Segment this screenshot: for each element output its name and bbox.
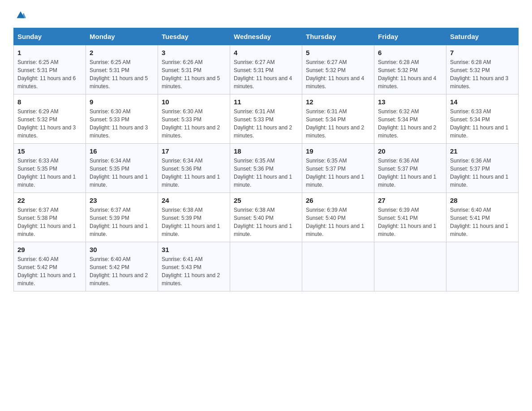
calendar-week-row: 8 Sunrise: 6:29 AMSunset: 5:32 PMDayligh… [14,94,519,144]
calendar-cell: 3 Sunrise: 6:26 AMSunset: 5:31 PMDayligh… [158,45,230,94]
day-number: 18 [234,147,298,155]
day-number: 29 [17,246,82,253]
calendar-cell: 13 Sunrise: 6:32 AMSunset: 5:34 PMDaylig… [374,94,446,144]
day-number: 5 [306,49,370,56]
day-info: Sunrise: 6:39 AMSunset: 5:41 PMDaylight:… [378,207,436,237]
day-number: 21 [450,147,515,155]
calendar-cell: 16 Sunrise: 6:34 AMSunset: 5:35 PMDaylig… [86,144,158,193]
day-number: 19 [306,147,370,155]
day-info: Sunrise: 6:33 AMSunset: 5:35 PMDaylight:… [17,158,76,188]
day-info: Sunrise: 6:27 AMSunset: 5:31 PMDaylight:… [234,59,292,90]
calendar-cell: 14 Sunrise: 6:33 AMSunset: 5:34 PMDaylig… [446,94,519,144]
day-number: 7 [450,49,515,56]
day-info: Sunrise: 6:39 AMSunset: 5:40 PMDaylight:… [306,207,364,237]
calendar-cell: 15 Sunrise: 6:33 AMSunset: 5:35 PMDaylig… [14,144,86,193]
day-info: Sunrise: 6:31 AMSunset: 5:33 PMDaylight:… [234,108,292,139]
calendar-cell: 24 Sunrise: 6:38 AMSunset: 5:39 PMDaylig… [158,193,230,242]
calendar-cell: 4 Sunrise: 6:27 AMSunset: 5:31 PMDayligh… [230,45,302,94]
day-info: Sunrise: 6:41 AMSunset: 5:43 PMDaylight:… [162,256,220,287]
calendar-cell: 1 Sunrise: 6:25 AMSunset: 5:31 PMDayligh… [14,45,86,94]
day-number: 1 [17,49,82,56]
day-info: Sunrise: 6:30 AMSunset: 5:33 PMDaylight:… [90,108,148,139]
day-number: 10 [162,98,226,106]
day-info: Sunrise: 6:38 AMSunset: 5:39 PMDaylight:… [162,207,220,237]
day-number: 3 [162,49,226,56]
day-info: Sunrise: 6:34 AMSunset: 5:36 PMDaylight:… [162,158,220,188]
calendar-week-row: 29 Sunrise: 6:40 AMSunset: 5:42 PMDaylig… [14,242,519,291]
day-number: 30 [90,246,154,253]
day-number: 11 [234,98,298,106]
day-info: Sunrise: 6:40 AMSunset: 5:41 PMDaylight:… [450,207,508,237]
day-info: Sunrise: 6:40 AMSunset: 5:42 PMDaylight:… [17,256,76,287]
day-number: 22 [17,197,82,204]
calendar-cell: 26 Sunrise: 6:39 AMSunset: 5:40 PMDaylig… [302,193,374,242]
day-number: 2 [90,49,154,56]
day-info: Sunrise: 6:37 AMSunset: 5:39 PMDaylight:… [90,207,148,237]
logo [13,9,26,20]
day-number: 15 [17,147,82,155]
calendar-table: Sunday Monday Tuesday Wednesday Thursday… [13,28,519,291]
day-number: 17 [162,147,226,155]
calendar-cell: 29 Sunrise: 6:40 AMSunset: 5:42 PMDaylig… [14,242,86,291]
calendar-cell: 9 Sunrise: 6:30 AMSunset: 5:33 PMDayligh… [86,94,158,144]
calendar-cell: 11 Sunrise: 6:31 AMSunset: 5:33 PMDaylig… [230,94,302,144]
calendar-cell: 20 Sunrise: 6:36 AMSunset: 5:37 PMDaylig… [374,144,446,193]
calendar-cell: 12 Sunrise: 6:31 AMSunset: 5:34 PMDaylig… [302,94,374,144]
day-number: 28 [450,197,515,204]
calendar-cell [302,242,374,291]
day-info: Sunrise: 6:25 AMSunset: 5:31 PMDaylight:… [90,59,148,90]
page-header [13,9,519,20]
col-wednesday: Wednesday [230,28,302,45]
day-number: 16 [90,147,154,155]
day-info: Sunrise: 6:25 AMSunset: 5:31 PMDaylight:… [17,59,76,90]
day-number: 27 [378,197,442,204]
day-info: Sunrise: 6:34 AMSunset: 5:35 PMDaylight:… [90,158,148,188]
day-number: 12 [306,98,370,106]
day-info: Sunrise: 6:30 AMSunset: 5:33 PMDaylight:… [162,108,220,139]
calendar-cell: 8 Sunrise: 6:29 AMSunset: 5:32 PMDayligh… [14,94,86,144]
col-thursday: Thursday [302,28,374,45]
day-number: 24 [162,197,226,204]
calendar-week-row: 22 Sunrise: 6:37 AMSunset: 5:38 PMDaylig… [14,193,519,242]
calendar-cell: 30 Sunrise: 6:40 AMSunset: 5:42 PMDaylig… [86,242,158,291]
calendar-cell: 17 Sunrise: 6:34 AMSunset: 5:36 PMDaylig… [158,144,230,193]
day-info: Sunrise: 6:27 AMSunset: 5:32 PMDaylight:… [306,59,364,90]
logo-icon [15,9,26,20]
day-info: Sunrise: 6:40 AMSunset: 5:42 PMDaylight:… [90,256,148,287]
day-info: Sunrise: 6:37 AMSunset: 5:38 PMDaylight:… [17,207,76,237]
col-tuesday: Tuesday [158,28,230,45]
calendar-cell: 2 Sunrise: 6:25 AMSunset: 5:31 PMDayligh… [86,45,158,94]
calendar-cell: 7 Sunrise: 6:28 AMSunset: 5:32 PMDayligh… [446,45,519,94]
day-number: 26 [306,197,370,204]
day-info: Sunrise: 6:28 AMSunset: 5:32 PMDaylight:… [450,59,508,90]
day-number: 6 [378,49,442,56]
calendar-cell [374,242,446,291]
day-number: 31 [162,246,226,253]
day-info: Sunrise: 6:36 AMSunset: 5:37 PMDaylight:… [378,158,436,188]
day-number: 9 [90,98,154,106]
day-number: 4 [234,49,298,56]
col-saturday: Saturday [446,28,519,45]
day-info: Sunrise: 6:32 AMSunset: 5:34 PMDaylight:… [378,108,436,139]
col-monday: Monday [86,28,158,45]
day-number: 14 [450,98,515,106]
calendar-cell: 28 Sunrise: 6:40 AMSunset: 5:41 PMDaylig… [446,193,519,242]
day-number: 23 [90,197,154,204]
day-info: Sunrise: 6:26 AMSunset: 5:31 PMDaylight:… [162,59,220,90]
calendar-cell: 19 Sunrise: 6:35 AMSunset: 5:37 PMDaylig… [302,144,374,193]
day-info: Sunrise: 6:36 AMSunset: 5:37 PMDaylight:… [450,158,508,188]
calendar-cell: 22 Sunrise: 6:37 AMSunset: 5:38 PMDaylig… [14,193,86,242]
col-friday: Friday [374,28,446,45]
day-info: Sunrise: 6:35 AMSunset: 5:37 PMDaylight:… [306,158,364,188]
day-number: 8 [17,98,82,106]
day-info: Sunrise: 6:33 AMSunset: 5:34 PMDaylight:… [450,108,508,139]
calendar-week-row: 15 Sunrise: 6:33 AMSunset: 5:35 PMDaylig… [14,144,519,193]
calendar-cell: 21 Sunrise: 6:36 AMSunset: 5:37 PMDaylig… [446,144,519,193]
day-info: Sunrise: 6:28 AMSunset: 5:32 PMDaylight:… [378,59,436,90]
day-info: Sunrise: 6:35 AMSunset: 5:36 PMDaylight:… [234,158,292,188]
calendar-header-row: Sunday Monday Tuesday Wednesday Thursday… [14,28,519,45]
calendar-cell: 31 Sunrise: 6:41 AMSunset: 5:43 PMDaylig… [158,242,230,291]
calendar-cell: 6 Sunrise: 6:28 AMSunset: 5:32 PMDayligh… [374,45,446,94]
calendar-cell: 18 Sunrise: 6:35 AMSunset: 5:36 PMDaylig… [230,144,302,193]
day-info: Sunrise: 6:38 AMSunset: 5:40 PMDaylight:… [234,207,292,237]
